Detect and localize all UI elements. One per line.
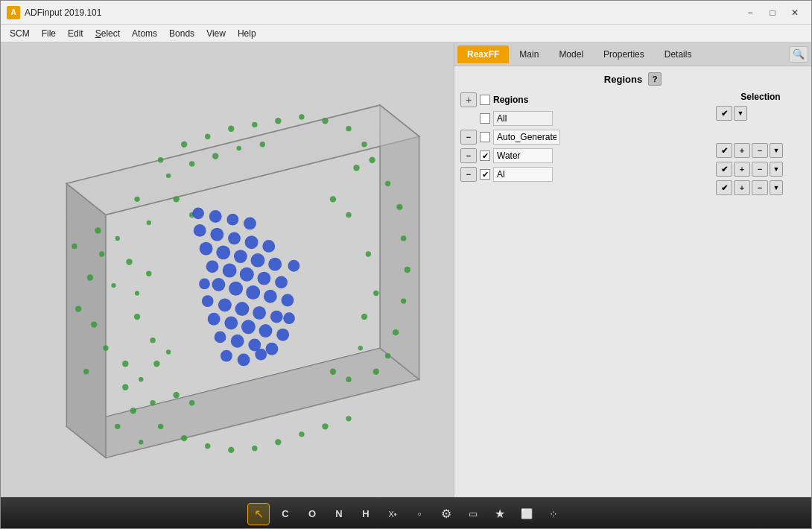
menu-select[interactable]: Select <box>89 27 126 40</box>
app-title: ADFinput 2019.101 <box>25 7 740 18</box>
svg-point-105 <box>241 320 256 334</box>
tab-reaxff[interactable]: ReaxFF <box>457 45 509 63</box>
menu-bar: SCM File Edit Select Atoms Bonds View He… <box>1 25 811 42</box>
sel-autogenerate-plus-button[interactable]: + <box>734 143 750 158</box>
sel-autogenerate-v-button[interactable]: ✔ <box>716 143 732 158</box>
dots-tool[interactable]: ⁘ <box>542 503 565 525</box>
svg-point-7 <box>99 251 104 256</box>
region-autogenerate-checkbox[interactable] <box>480 132 490 142</box>
svg-point-42 <box>369 157 375 163</box>
svg-point-76 <box>358 346 363 350</box>
svg-point-116 <box>199 279 210 290</box>
sel-water-dropdown[interactable]: ▼ <box>770 162 783 177</box>
svg-point-45 <box>401 235 406 241</box>
svg-point-85 <box>234 250 247 263</box>
svg-point-81 <box>245 235 258 249</box>
svg-marker-4 <box>380 105 419 379</box>
close-button[interactable]: ✕ <box>784 5 805 20</box>
star-tool[interactable]: ★ <box>489 503 511 525</box>
region-al-input[interactable] <box>493 167 553 182</box>
menu-scm[interactable]: SCM <box>4 27 36 40</box>
region-all-input[interactable] <box>493 111 553 126</box>
sel-autogenerate-dropdown[interactable]: ▼ <box>770 143 783 158</box>
app-icon: A <box>7 6 20 19</box>
menu-bonds[interactable]: Bonds <box>163 27 200 40</box>
svg-point-17 <box>147 221 151 225</box>
svg-point-78 <box>194 224 206 237</box>
svg-point-80 <box>228 232 241 245</box>
o-atom-tool[interactable]: O <box>301 503 323 525</box>
add-region-button[interactable]: + <box>460 92 477 107</box>
region-water-input[interactable] <box>493 148 553 163</box>
tab-model[interactable]: Model <box>549 45 593 63</box>
selection-autogenerate-row: ✔ + − ▼ <box>716 142 805 159</box>
sel-water-v-button[interactable]: ✔ <box>716 162 732 177</box>
x-atom-tool[interactable]: X• <box>381 503 404 525</box>
frame-tool[interactable]: ⬜ <box>516 503 538 525</box>
svg-point-55 <box>205 443 210 449</box>
help-button[interactable]: ? <box>648 72 662 86</box>
selection-header-v-button[interactable]: ✔ <box>716 106 732 121</box>
svg-point-79 <box>210 228 223 241</box>
svg-point-49 <box>385 353 390 358</box>
svg-point-33 <box>275 118 281 124</box>
svg-point-14 <box>83 369 89 374</box>
menu-view[interactable]: View <box>200 27 232 40</box>
menu-edit[interactable]: Edit <box>62 27 89 40</box>
regions-header-checkbox[interactable] <box>480 95 490 105</box>
gear-tool[interactable]: ⚙ <box>435 503 457 525</box>
svg-point-94 <box>229 282 243 296</box>
svg-point-113 <box>209 210 222 223</box>
svg-point-98 <box>202 295 214 307</box>
svg-point-40 <box>237 146 241 151</box>
svg-point-8 <box>75 305 81 311</box>
bond-tool[interactable]: ◦ <box>408 503 431 525</box>
svg-point-52 <box>353 165 359 171</box>
region-autogenerate-input[interactable] <box>493 130 560 145</box>
svg-point-107 <box>276 329 289 341</box>
region-water-checkbox[interactable]: ✔ <box>480 151 490 161</box>
svg-point-74 <box>361 314 367 320</box>
svg-marker-2 <box>66 183 106 457</box>
remove-water-button[interactable]: − <box>460 148 477 163</box>
menu-help[interactable]: Help <box>232 27 262 40</box>
sel-autogenerate-minus-button[interactable]: − <box>752 143 768 158</box>
region-all-checkbox[interactable] <box>480 113 490 124</box>
minimize-button[interactable]: − <box>740 5 761 20</box>
rect-tool[interactable]: ▭ <box>462 503 484 525</box>
menu-file[interactable]: File <box>36 27 62 40</box>
svg-point-41 <box>260 142 265 147</box>
sel-al-dropdown[interactable]: ▼ <box>770 180 783 195</box>
svg-point-66 <box>173 392 179 398</box>
viewport[interactable] <box>1 42 454 497</box>
svg-point-103 <box>208 313 221 326</box>
svg-point-6 <box>87 274 93 280</box>
svg-point-27 <box>139 440 143 444</box>
c-atom-tool[interactable]: C <box>274 503 296 525</box>
sel-water-minus-button[interactable]: − <box>752 162 768 177</box>
svg-point-46 <box>405 267 410 273</box>
region-al-checkbox[interactable]: ✔ <box>480 169 490 180</box>
tab-properties[interactable]: Properties <box>594 45 654 63</box>
svg-point-48 <box>393 329 399 335</box>
sel-al-v-button[interactable]: ✔ <box>716 180 732 195</box>
regions-header-row: + Regions <box>460 92 710 108</box>
h-atom-tool[interactable]: H <box>355 503 377 525</box>
sel-al-minus-button[interactable]: − <box>752 180 768 195</box>
selection-header-dropdown[interactable]: ▼ <box>734 106 747 121</box>
tab-main[interactable]: Main <box>510 45 548 63</box>
n-atom-tool[interactable]: N <box>328 503 350 525</box>
search-button[interactable]: 🔍 <box>789 46 808 63</box>
sel-al-plus-button[interactable]: + <box>734 180 750 195</box>
remove-al-button[interactable]: − <box>460 167 477 182</box>
svg-point-64 <box>330 196 336 202</box>
menu-atoms[interactable]: Atoms <box>126 27 163 40</box>
selection-water-row: ✔ + − ▼ <box>716 161 805 177</box>
svg-point-28 <box>158 157 163 162</box>
remove-autogenerate-button[interactable]: − <box>460 130 477 145</box>
maximize-button[interactable]: □ <box>762 5 783 20</box>
region-row-water: − ✔ <box>460 148 710 164</box>
tab-details[interactable]: Details <box>655 45 702 63</box>
sel-water-plus-button[interactable]: + <box>734 162 750 177</box>
cursor-tool[interactable]: ↖ <box>247 503 270 525</box>
